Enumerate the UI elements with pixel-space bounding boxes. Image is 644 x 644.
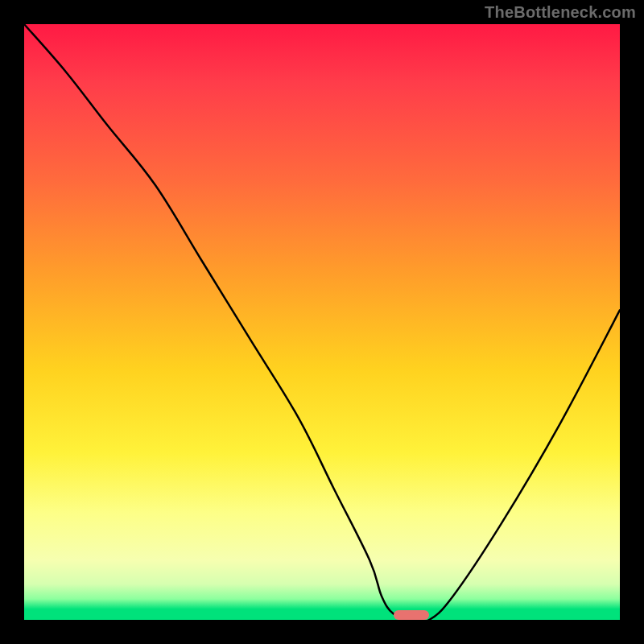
attribution-text: TheBottleneck.com: [485, 3, 636, 22]
bottleneck-curve: [24, 24, 620, 620]
chart-frame: TheBottleneck.com: [0, 0, 644, 644]
optimal-marker: [394, 610, 429, 620]
plot-area: [24, 24, 620, 620]
